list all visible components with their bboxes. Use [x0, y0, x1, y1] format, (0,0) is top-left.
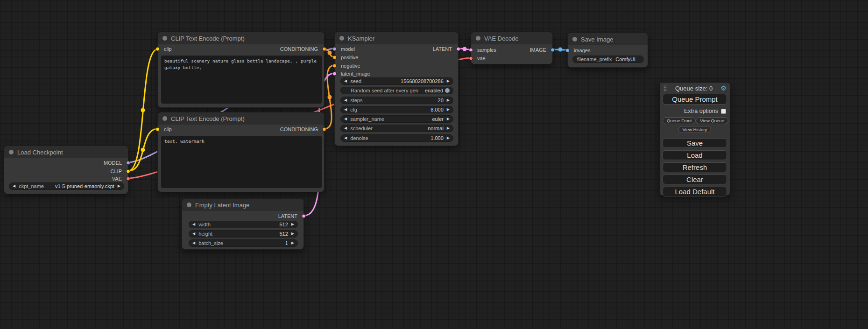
output-port-latent[interactable]: [302, 214, 306, 218]
widget-denoise[interactable]: ◀ denoise 1.000 ▶: [340, 134, 453, 142]
widget-width[interactable]: ◀ width 512 ▶: [189, 221, 298, 228]
widget-sampler-name[interactable]: ◀ sampler_name euler ▶: [340, 115, 453, 123]
queue-front-button[interactable]: Queue Front: [663, 117, 696, 124]
output-port-clip[interactable]: [126, 169, 130, 174]
drag-handle-icon[interactable]: ⣿: [663, 85, 667, 91]
view-queue-button[interactable]: View Queue: [696, 117, 728, 124]
input-label-model: model: [341, 46, 355, 52]
link-midpoint-dot: [328, 95, 332, 99]
widget-filename-prefix[interactable]: filename_prefix ComfyUI: [572, 56, 644, 63]
widget-ckpt-name[interactable]: ◀ ckpt_name v1-5-pruned-emaonly.ckpt ▶: [9, 182, 124, 190]
widget-steps[interactable]: ◀ steps 20 ▶: [340, 97, 453, 104]
widget-name: seed: [350, 78, 361, 84]
input-port-positive[interactable]: [332, 56, 337, 60]
decrement-icon[interactable]: ◀: [192, 232, 195, 236]
positive-prompt-textarea[interactable]: beautiful scenery nature glass bottle la…: [161, 56, 322, 104]
input-port-clip[interactable]: [155, 127, 160, 132]
output-port-conditioning[interactable]: [322, 127, 326, 132]
collapse-dot[interactable]: [187, 203, 191, 207]
output-port-latent[interactable]: [456, 47, 460, 51]
input-port-clip[interactable]: [155, 47, 160, 51]
refresh-button[interactable]: Refresh: [663, 162, 727, 172]
input-label-samples: samples: [477, 47, 496, 53]
increment-icon[interactable]: ▶: [447, 117, 450, 121]
node-vae-decode[interactable]: VAE Decode samples vae IMAGE: [471, 32, 553, 64]
decrement-icon[interactable]: ◀: [344, 126, 347, 130]
input-port-images[interactable]: [565, 49, 570, 53]
load-button[interactable]: Load: [663, 150, 727, 160]
output-label-latent: LATENT: [278, 213, 297, 219]
link-midpoint-dot: [141, 148, 145, 152]
output-port-vae[interactable]: [126, 177, 130, 181]
output-port-image[interactable]: [550, 48, 555, 52]
node-title: KSampler: [348, 35, 374, 42]
node-empty-latent-image[interactable]: Empty Latent Image LATENT ◀ width 512 ▶ …: [182, 198, 304, 250]
node-load-checkpoint[interactable]: Load Checkpoint MODEL CLIP VAE ◀ ckpt_na…: [4, 146, 128, 194]
extra-options-checkbox[interactable]: [721, 109, 726, 114]
negative-prompt-textarea[interactable]: text, watermark: [161, 136, 322, 188]
input-port-model[interactable]: [332, 47, 337, 51]
widget-name: cfg: [350, 107, 357, 112]
node-titlebar[interactable]: Empty Latent Image: [182, 199, 303, 211]
decrement-icon[interactable]: ◀: [344, 108, 347, 112]
output-port-conditioning[interactable]: [322, 47, 326, 51]
toggle-knob[interactable]: [445, 88, 450, 93]
node-titlebar[interactable]: Save Image: [568, 33, 648, 45]
increment-icon[interactable]: ▶: [291, 223, 294, 226]
node-ksampler[interactable]: KSampler model positive negative latent_…: [334, 32, 459, 146]
input-port-negative[interactable]: [332, 64, 337, 68]
clear-button[interactable]: Clear: [663, 175, 727, 184]
node-titlebar[interactable]: KSampler: [335, 32, 458, 44]
node-clip-text-encode-negative[interactable]: CLIP Text Encode (Prompt) clip CONDITION…: [157, 112, 325, 192]
input-port-vae[interactable]: [469, 56, 473, 61]
decrement-icon[interactable]: ◀: [13, 184, 15, 188]
collapse-dot[interactable]: [476, 36, 480, 41]
widget-scheduler[interactable]: ◀ scheduler normal ▶: [340, 125, 453, 132]
output-port-model[interactable]: [126, 161, 130, 165]
widget-random-seed-toggle[interactable]: Random seed after every gen enabled: [340, 87, 453, 94]
collapse-dot[interactable]: [572, 37, 577, 42]
increment-icon[interactable]: ▶: [447, 108, 450, 112]
widget-cfg[interactable]: ◀ cfg 8.000 ▶: [340, 106, 453, 113]
view-history-button[interactable]: View History: [678, 126, 712, 133]
output-slot-latent: LATENT: [231, 212, 303, 220]
history-row: View History: [660, 126, 730, 133]
collapse-dot[interactable]: [9, 150, 14, 154]
save-button[interactable]: Save: [663, 138, 727, 148]
decrement-icon[interactable]: ◀: [344, 98, 347, 102]
output-label-conditioning: CONDITIONING: [280, 126, 318, 132]
increment-icon[interactable]: ▶: [291, 241, 294, 245]
widget-name: ckpt_name: [19, 183, 44, 189]
node-save-image[interactable]: Save Image images filename_prefix ComfyU…: [567, 33, 648, 68]
settings-gear-icon[interactable]: ⚙: [720, 84, 727, 92]
node-titlebar[interactable]: Load Checkpoint: [4, 146, 128, 158]
input-port-latent-image[interactable]: [332, 72, 337, 76]
increment-icon[interactable]: ▶: [291, 232, 294, 236]
decrement-icon[interactable]: ◀: [344, 79, 347, 83]
widget-seed[interactable]: ◀ seed 156680208700286 ▶: [340, 77, 453, 85]
decrement-icon[interactable]: ◀: [192, 223, 195, 226]
increment-icon[interactable]: ▶: [447, 126, 450, 130]
node-titlebar[interactable]: CLIP Text Encode (Prompt): [158, 32, 324, 44]
input-slot-vae: vae: [471, 54, 516, 63]
input-slot-images: images: [568, 46, 612, 55]
widget-batch-size[interactable]: ◀ batch_size 1 ▶: [189, 239, 298, 247]
queue-prompt-button[interactable]: Queue Prompt: [663, 94, 727, 105]
collapse-dot[interactable]: [162, 36, 167, 41]
node-titlebar[interactable]: VAE Decode: [471, 32, 552, 44]
collapse-dot[interactable]: [162, 116, 167, 121]
decrement-icon[interactable]: ◀: [344, 117, 347, 121]
widget-value: 512: [279, 231, 288, 237]
node-clip-text-encode-positive[interactable]: CLIP Text Encode (Prompt) clip CONDITION…: [157, 32, 325, 108]
decrement-icon[interactable]: ◀: [344, 136, 347, 140]
load-default-button[interactable]: Load Default: [663, 187, 727, 196]
input-port-samples[interactable]: [469, 48, 473, 52]
node-titlebar[interactable]: CLIP Text Encode (Prompt): [158, 112, 324, 125]
increment-icon[interactable]: ▶: [447, 136, 450, 140]
increment-icon[interactable]: ▶: [447, 98, 450, 102]
increment-icon[interactable]: ▶: [118, 184, 120, 188]
collapse-dot[interactable]: [339, 36, 344, 41]
widget-height[interactable]: ◀ height 512 ▶: [189, 230, 298, 238]
increment-icon[interactable]: ▶: [447, 79, 450, 83]
decrement-icon[interactable]: ◀: [192, 241, 195, 245]
